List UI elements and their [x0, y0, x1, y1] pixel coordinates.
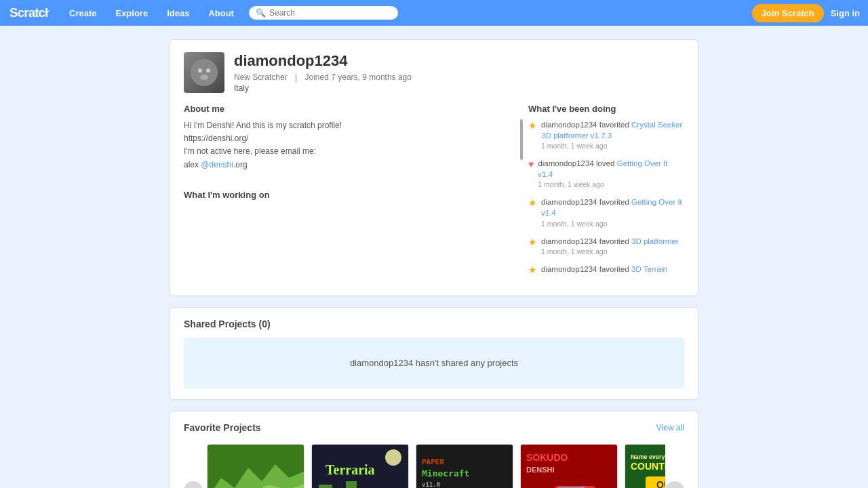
activity-project-link[interactable]: 3D Terrain [631, 265, 667, 273]
svg-point-9 [385, 449, 401, 466]
activity-title: What I've been doing [528, 104, 684, 114]
activity-project-link[interactable]: 3D platformer [631, 237, 679, 245]
project-thumbnail: SOKUDO DENSHI [520, 444, 618, 488]
about-me-text: Hi I'm Denshi! And this is my scratch pr… [184, 119, 517, 180]
heart-icon: ♥ [528, 159, 534, 169]
activity-user: diamondop1234 [541, 121, 597, 129]
working-on-section: What I'm working on [184, 190, 517, 200]
profile-username: diamondop1234 [234, 52, 417, 70]
activity-item: ★ diamondop1234 favorited 3D platformer … [528, 236, 684, 256]
svg-point-3 [206, 68, 210, 73]
svg-text:DENSHI: DENSHI [526, 466, 555, 474]
svg-text:Scratch: Scratch [9, 5, 49, 20]
profile-location: Italy [234, 83, 417, 93]
nav-explore[interactable]: Explore [106, 0, 157, 26]
shared-projects-title: Shared Projects (0) [184, 319, 271, 329]
about-col: About me Hi I'm Denshi! And this is my s… [184, 104, 517, 283]
about-me-title: About me [184, 104, 517, 114]
empty-projects-message: diamondop1234 hasn't shared any projects [184, 338, 684, 388]
star-icon: ★ [528, 237, 537, 247]
search-bar: 🔍 [249, 6, 398, 20]
star-icon: ★ [528, 197, 537, 208]
signin-button[interactable]: Sign in [831, 8, 860, 18]
activity-user: diamondop1234 [541, 237, 597, 245]
nav-links: Create Explore Ideas About [60, 0, 243, 26]
svg-text:Name every: Name every [631, 453, 665, 460]
project-thumbnail: Terraria [311, 444, 409, 488]
scrollbar-thumb[interactable] [520, 119, 523, 160]
svg-text:Minecraft: Minecraft [422, 468, 469, 479]
project-thumbnail [207, 444, 304, 488]
profile-meta: New Scratcher | Joined 7 years, 9 months… [234, 73, 417, 82]
project-thumbnail: PAPER Minecraft v11.6 by griffpatch [416, 444, 513, 488]
svg-text:SOKUDO: SOKUDO [526, 452, 568, 463]
project-item[interactable]: PAPER Minecraft v11.6 by griffpatch Pape… [416, 444, 513, 488]
profile-card: diamondop1234 New Scratcher | Joined 7 y… [170, 39, 698, 296]
project-item[interactable]: 3D Terrain Generator by awesome-llama [207, 444, 304, 488]
join-date: Joined 7 years, 9 months ago [305, 73, 412, 82]
favorite-projects-header: Favorite Projects View all [184, 422, 684, 433]
svg-text:PAPER: PAPER [422, 458, 444, 466]
activity-time: 1 month, 1 week ago [541, 247, 679, 256]
activity-item: ★ diamondop1234 favorited Getting Over I… [528, 197, 684, 227]
about-me-content: Hi I'm Denshi! And this is my scratch pr… [184, 119, 517, 171]
activity-time: 1 month, 1 week ago [538, 180, 684, 188]
activity-user: diamondop1234 [541, 198, 597, 206]
profile-info: diamondop1234 New Scratcher | Joined 7 y… [234, 52, 417, 93]
shared-projects-header: Shared Projects (0) [184, 319, 684, 329]
page-content: diamondop1234 New Scratcher | Joined 7 y… [163, 39, 705, 488]
star-icon: ★ [528, 264, 537, 275]
nav-about[interactable]: About [199, 0, 243, 26]
activity-user: diamondop1234 [541, 265, 597, 273]
scratch-logo[interactable]: Scratch [8, 5, 49, 21]
activity-time: 1 month, 1 week ago [541, 220, 684, 228]
join-button[interactable]: Join Scratch [752, 4, 824, 22]
activity-list: ★ diamondop1234 favorited Crystal Seeker… [528, 119, 684, 275]
working-on-title: What I'm working on [184, 190, 517, 200]
favorite-projects-card: Favorite Projects View all ‹ 3D Terrain … [170, 411, 698, 488]
carousel-prev-button[interactable]: ‹ [184, 481, 203, 488]
activity-col: What I've been doing ★ diamondop1234 fav… [528, 104, 684, 283]
svg-text:Terraria: Terraria [326, 462, 375, 477]
profile-header: diamondop1234 New Scratcher | Joined 7 y… [184, 52, 684, 93]
search-input[interactable] [269, 8, 391, 18]
scratcher-type: New Scratcher [234, 73, 288, 82]
svg-text:QUIZ: QUIZ [656, 479, 665, 488]
activity-item: ★ diamondop1234 favorited 3D Terrain [528, 264, 684, 275]
svg-point-1 [191, 59, 218, 86]
svg-rect-11 [319, 485, 332, 488]
pipe-separator: | [295, 73, 297, 82]
favorite-projects-title: Favorite Projects [184, 422, 261, 433]
star-icon: ★ [528, 120, 537, 131]
search-icon: 🔍 [256, 8, 266, 18]
avatar [184, 52, 224, 93]
activity-item: ★ diamondop1234 favorited Crystal Seeker… [528, 119, 684, 150]
svg-text:COUNTRY: COUNTRY [631, 461, 665, 472]
project-item[interactable]: Terraria Terraria 1.0 by scratchfan321 [311, 444, 409, 488]
projects-list: 3D Terrain Generator by awesome-llama Te… [203, 441, 665, 488]
projects-carousel: ‹ 3D Terrain Generator by awesome-llama [184, 441, 684, 488]
navbar: Scratch Create Explore Ideas About 🔍 Joi… [0, 0, 868, 26]
svg-point-4 [200, 75, 208, 80]
svg-rect-12 [346, 481, 357, 488]
nav-right: Join Scratch Sign in [752, 4, 860, 22]
svg-point-2 [198, 68, 202, 73]
activity-item: ♥ diamondop1234 loved Getting Over It v1… [528, 158, 684, 188]
project-thumbnail: Name every COUNTRY QUIZ 😀 [625, 444, 665, 488]
svg-text:v11.6: v11.6 [422, 481, 440, 488]
nav-ideas[interactable]: Ideas [157, 0, 199, 26]
nav-create[interactable]: Create [60, 0, 106, 26]
project-item[interactable]: Name every COUNTRY QUIZ 😀 || Name every … [625, 444, 665, 488]
activity-time: 1 month, 1 week ago [541, 142, 684, 150]
activity-user: diamondop1234 [538, 159, 594, 167]
shared-projects-card: Shared Projects (0) diamondop1234 hasn't… [170, 307, 698, 400]
carousel-next-button[interactable]: › [665, 481, 684, 488]
view-all-link[interactable]: View all [656, 423, 684, 432]
project-item[interactable]: SOKUDO DENSHI Sokudo Denshi [520, 444, 618, 488]
denshi-link[interactable]: @denshi [201, 160, 233, 169]
profile-body: About me Hi I'm Denshi! And this is my s… [184, 104, 684, 283]
